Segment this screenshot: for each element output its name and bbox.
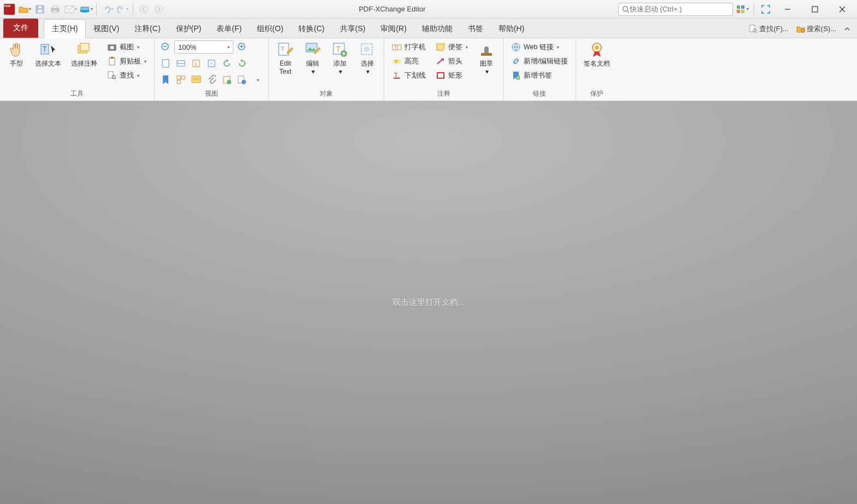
window-close-button[interactable]: [830, 1, 855, 17]
open-button[interactable]: ▾: [17, 2, 32, 16]
hand-tool-label: 手型: [10, 60, 23, 68]
rectangle-button[interactable]: 矩形: [432, 69, 471, 82]
select-annotation-button[interactable]: 选择注释: [68, 40, 101, 69]
redo-button[interactable]: ▾: [115, 2, 130, 16]
save-button[interactable]: [33, 2, 47, 16]
svg-rect-16: [741, 10, 744, 13]
menu-tab-organize[interactable]: 组织(O): [249, 20, 291, 38]
svg-text:T: T: [281, 45, 285, 52]
zoom-level-combo[interactable]: 100%▾: [174, 40, 233, 54]
rotate-cw-button[interactable]: [236, 57, 249, 70]
chevron-up-icon: [844, 26, 850, 32]
new-bookmark-button[interactable]: 新增书签: [508, 69, 571, 82]
properties-button[interactable]: [236, 73, 249, 86]
menu-tab-comment[interactable]: 注释(C): [127, 20, 168, 38]
workspace[interactable]: 双击这里打开文档...: [0, 101, 857, 504]
menu-tab-access[interactable]: 辅助功能: [414, 20, 460, 38]
ui-options-button[interactable]: ▾: [735, 2, 749, 16]
window-title: PDF-XChange Editor: [166, 5, 618, 13]
menu-tab-convert[interactable]: 转换(C): [291, 20, 332, 38]
sticky-note-button[interactable]: 便签▾: [432, 40, 471, 54]
fit-page-button[interactable]: [159, 57, 172, 70]
web-links-button[interactable]: Web 链接▾: [508, 40, 571, 54]
mail-button[interactable]: ▾: [63, 2, 78, 16]
sign-document-button[interactable]: 签名文档: [580, 40, 613, 69]
svg-point-62: [364, 46, 369, 52]
window-maximize-button[interactable]: [802, 1, 827, 17]
menu-tab-review[interactable]: 审阅(R): [373, 20, 414, 38]
ribbon-group-protect-label: 保护: [580, 87, 613, 101]
undo-button[interactable]: ▾: [100, 2, 114, 16]
fit-visible-button[interactable]: [205, 57, 218, 70]
menu-tab-help[interactable]: 帮助(H): [491, 20, 532, 38]
stamp-button[interactable]: 图章▾: [474, 40, 498, 77]
page-search-icon: [108, 71, 116, 80]
underline-label: 下划线: [404, 71, 426, 80]
menu-tab-bookmarks[interactable]: 书签: [460, 20, 491, 38]
sticky-label: 便签: [448, 43, 462, 52]
bookmark-icon: [161, 75, 170, 85]
arrow-right-circle-icon: [155, 5, 163, 14]
window-minimize-button[interactable]: [775, 1, 800, 17]
fullscreen-button[interactable]: [759, 2, 773, 16]
edit-text-button[interactable]: T Edit Text: [273, 40, 297, 77]
edit-link-button[interactable]: 新增/编辑链接: [508, 55, 571, 68]
menubar-search-button[interactable]: 搜索(S)...: [794, 23, 838, 35]
nav-forward-button[interactable]: [152, 2, 166, 16]
layers-button[interactable]: [220, 73, 233, 86]
menubar-find-button[interactable]: 查找(F)...: [747, 23, 790, 35]
ribbon: 手型 T 选择文本 选择注释 截图▾ 剪贴板▾: [0, 38, 857, 101]
ribbon-collapse-button[interactable]: [842, 25, 853, 33]
zoom-in-button[interactable]: [236, 40, 249, 54]
menu-tab-form[interactable]: 表单(F): [209, 20, 249, 38]
svg-rect-1: [38, 10, 42, 13]
menu-tab-protect[interactable]: 保护(P): [168, 20, 209, 38]
quick-launch-box[interactable]: [618, 3, 733, 16]
thumbnails-button[interactable]: [174, 73, 187, 86]
select-objects-button[interactable]: 选择▾: [355, 40, 379, 77]
print-button[interactable]: [48, 2, 62, 16]
bookmark-pane-button[interactable]: [159, 73, 172, 86]
menu-file[interactable]: 文件: [3, 19, 38, 38]
select-annotation-label: 选择注释: [71, 60, 97, 68]
stamp-icon: [479, 42, 494, 57]
select-text-button[interactable]: T 选择文本: [32, 40, 64, 69]
zoom-out-button[interactable]: [159, 40, 172, 54]
select-objects-label: 选择: [361, 60, 374, 68]
highlight-button[interactable]: T高亮: [389, 55, 429, 68]
edit-objects-button[interactable]: 编辑▾: [301, 40, 325, 77]
clipboard-label: 剪贴板: [120, 57, 141, 66]
underline-button[interactable]: T下划线: [389, 69, 429, 82]
typewriter-icon: T|: [392, 43, 402, 51]
screenshot-button[interactable]: 截图▾: [104, 40, 150, 54]
nav-back-button[interactable]: [137, 2, 151, 16]
link-icon: [512, 57, 520, 66]
menu-tab-view[interactable]: 视图(V): [86, 20, 127, 38]
svg-rect-39: [162, 60, 169, 67]
actual-size-button[interactable]: 1: [190, 57, 203, 70]
svg-point-9: [140, 5, 148, 13]
svg-rect-8: [81, 7, 89, 10]
typewriter-button[interactable]: T|打字机: [389, 40, 429, 54]
quick-launch-input[interactable]: [630, 5, 729, 13]
rotate-ccw-button[interactable]: [220, 57, 233, 70]
app-icon[interactable]: [2, 2, 16, 16]
clipboard-button[interactable]: 剪贴板▾: [104, 55, 150, 68]
menu-tab-share[interactable]: 共享(S): [332, 20, 373, 38]
arrow-icon: [436, 57, 445, 65]
other-panes-button[interactable]: ▾: [251, 73, 264, 86]
svg-rect-47: [177, 80, 180, 84]
add-objects-button[interactable]: T 添加▾: [328, 40, 352, 77]
hand-tool-button[interactable]: 手型: [4, 40, 28, 69]
find-button[interactable]: 查找▾: [104, 69, 150, 82]
attachments-button[interactable]: [205, 73, 218, 86]
menu-tab-home[interactable]: 主页(H): [44, 19, 86, 38]
fit-width-button[interactable]: [174, 57, 187, 70]
arrow-left-circle-icon: [139, 5, 148, 14]
save-icon: [36, 5, 44, 14]
arrow-button[interactable]: 箭头: [432, 55, 471, 68]
scan-button[interactable]: ▾: [79, 2, 93, 16]
edit-image-icon: [305, 42, 320, 57]
comments-pane-button[interactable]: [190, 73, 203, 86]
svg-point-75: [595, 45, 599, 50]
